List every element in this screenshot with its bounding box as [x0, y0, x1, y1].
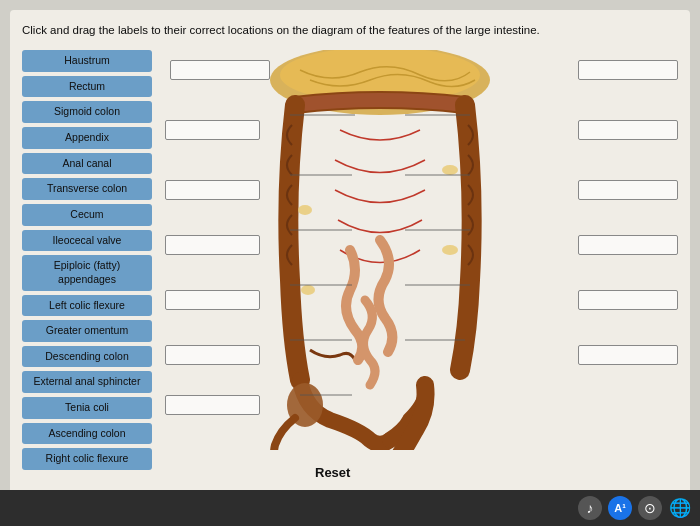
svg-point-4 — [298, 205, 312, 215]
instruction-text: Click and drag the labels to their corre… — [22, 22, 678, 38]
drop-zone-13[interactable] — [578, 345, 678, 365]
drop-zone-9[interactable] — [578, 120, 678, 140]
drop-zone-12[interactable] — [578, 290, 678, 310]
label-btn-7[interactable]: Ileocecal valve — [22, 230, 152, 252]
label-btn-0[interactable]: Haustrum — [22, 50, 152, 72]
wifi-icon[interactable]: ⊙ — [638, 496, 662, 520]
label-btn-1[interactable]: Rectum — [22, 76, 152, 98]
drop-zone-4[interactable] — [165, 235, 260, 255]
drop-zone-10[interactable] — [578, 180, 678, 200]
drop-zone-2[interactable] — [165, 120, 260, 140]
label-btn-6[interactable]: Cecum — [22, 204, 152, 226]
label-btn-2[interactable]: Sigmoid colon — [22, 101, 152, 123]
intestine-diagram — [250, 50, 510, 450]
chrome-icon[interactable]: 🌐 — [668, 496, 692, 520]
svg-point-5 — [442, 245, 458, 255]
label-btn-11[interactable]: Descending colon — [22, 346, 152, 368]
drop-zone-5[interactable] — [165, 290, 260, 310]
svg-point-6 — [301, 285, 315, 295]
label-btn-13[interactable]: Tenia coli — [22, 397, 152, 419]
label-btn-15[interactable]: Right colic flexure — [22, 448, 152, 470]
accessibility-icon[interactable]: A¹ — [608, 496, 632, 520]
taskbar: ♪ A¹ ⊙ 🌐 — [0, 490, 700, 526]
music-icon[interactable]: ♪ — [578, 496, 602, 520]
label-btn-10[interactable]: Greater omentum — [22, 320, 152, 342]
label-btn-4[interactable]: Anal canal — [22, 153, 152, 175]
content-area: HaustrumRectumSigmoid colonAppendixAnal … — [22, 50, 678, 500]
label-btn-14[interactable]: Ascending colon — [22, 423, 152, 445]
label-btn-12[interactable]: External anal sphincter — [22, 371, 152, 393]
label-btn-8[interactable]: Epiploic (fatty) appendages — [22, 255, 152, 290]
drop-zone-7[interactable] — [165, 395, 260, 415]
labels-panel: HaustrumRectumSigmoid colonAppendixAnal … — [22, 50, 152, 500]
reset-button[interactable]: Reset — [315, 465, 350, 480]
label-btn-9[interactable]: Left colic flexure — [22, 295, 152, 317]
drop-zone-6[interactable] — [165, 345, 260, 365]
label-btn-5[interactable]: Transverse colon — [22, 178, 152, 200]
main-container: Click and drag the labels to their corre… — [10, 10, 690, 514]
drop-zone-8[interactable] — [578, 60, 678, 80]
diagram-area: Reset — [160, 50, 678, 480]
drop-zone-11[interactable] — [578, 235, 678, 255]
drop-zone-3[interactable] — [165, 180, 260, 200]
svg-point-3 — [442, 165, 458, 175]
label-btn-3[interactable]: Appendix — [22, 127, 152, 149]
